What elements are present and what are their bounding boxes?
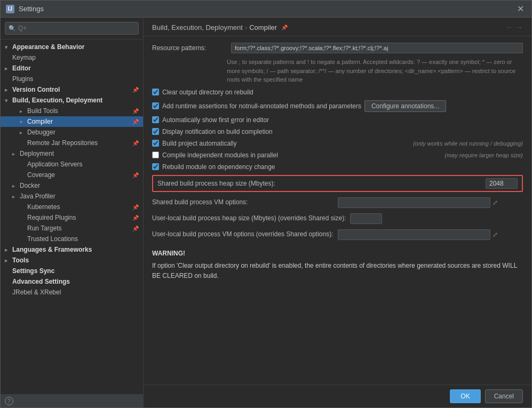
checkbox-build-auto: Build project automatically (only works … xyxy=(152,140,523,147)
nav-tree: Appearance & Behavior Keymap Editor P xyxy=(1,39,143,394)
heap-size-input[interactable] xyxy=(486,178,518,189)
vm-options-wrap: ⤢ xyxy=(338,197,498,208)
checkbox-add-runtime: Add runtime assertions for notnull-annot… xyxy=(152,100,523,112)
sidebar-item-docker[interactable]: Docker xyxy=(1,180,143,191)
resource-hint: Use ; to separate patterns and ! to nega… xyxy=(227,58,523,84)
pin-icon: 📌 xyxy=(132,226,139,231)
checkbox-display-notif: Display notification on build completion xyxy=(152,128,523,135)
breadcrumb-current: Compiler xyxy=(249,23,277,31)
pin-icon: 📌 xyxy=(132,215,139,221)
vm-options-input[interactable] xyxy=(338,197,490,208)
rebuild-dependency-checkbox[interactable] xyxy=(152,163,159,170)
sidebar-item-trusted-locations[interactable]: Trusted Locations xyxy=(1,234,143,244)
ok-button[interactable]: OK xyxy=(450,389,480,403)
sidebar-item-advanced-settings[interactable]: Advanced Settings xyxy=(1,276,143,287)
pin-icon: 📌 xyxy=(132,119,139,125)
checkbox-auto-show-error: Automatically show first error in editor xyxy=(152,116,523,124)
auto-show-error-label: Automatically show first error in editor xyxy=(162,116,269,124)
breadcrumb-separator: › xyxy=(245,23,247,31)
user-vm-label: User-local build process VM options (ove… xyxy=(152,229,334,238)
user-heap-input[interactable] xyxy=(350,213,382,224)
checkbox-rebuild-dependency: Rebuild module on dependency change xyxy=(152,163,523,171)
arrow-icon xyxy=(5,98,12,103)
resource-patterns-input[interactable] xyxy=(231,43,523,53)
compile-parallel-sidenote: (may require larger heap size) xyxy=(444,152,523,158)
sidebar-item-compiler[interactable]: Compiler 📌 xyxy=(1,116,143,127)
sidebar-item-remote-jar[interactable]: Remote Jar Repositories 📌 xyxy=(1,138,143,148)
user-vm-input[interactable] xyxy=(338,229,490,240)
arrow-icon xyxy=(5,66,12,71)
checkbox-compile-parallel: Compile independent modules in parallel … xyxy=(152,151,523,159)
arrow-icon xyxy=(20,130,27,135)
sidebar-item-build-tools[interactable]: Build Tools 📌 xyxy=(1,106,143,116)
sidebar-item-languages[interactable]: Languages & Frameworks xyxy=(1,244,143,255)
content-header: Build, Execution, Deployment › Compiler … xyxy=(144,18,531,36)
sidebar-item-deployment[interactable]: Deployment xyxy=(1,148,143,159)
resource-patterns-label: Resource patterns: xyxy=(152,44,227,52)
heap-size-row: Shared build process heap size (Mbytes): xyxy=(152,175,523,192)
clear-output-checkbox[interactable] xyxy=(152,89,159,95)
arrow-icon xyxy=(12,183,20,189)
arrow-icon xyxy=(5,258,12,263)
resource-patterns-row: Resource patterns: xyxy=(152,43,523,53)
auto-show-error-checkbox[interactable] xyxy=(152,116,159,123)
checkbox-clear-output: Clear output directory on rebuild xyxy=(152,89,523,96)
sidebar-item-plugins[interactable]: Plugins xyxy=(1,74,143,84)
sidebar-item-required-plugins[interactable]: Required Plugins 📌 xyxy=(1,212,143,223)
sidebar-item-build-exec[interactable]: Build, Execution, Deployment xyxy=(1,95,143,106)
sidebar-item-keymap[interactable]: Keymap xyxy=(1,52,143,63)
sidebar-item-appearance[interactable]: Appearance & Behavior xyxy=(1,42,143,52)
compile-parallel-label: Compile independent modules in parallel xyxy=(162,151,278,159)
rebuild-dependency-label: Rebuild module on dependency change xyxy=(162,163,275,171)
sidebar-item-java-profiler[interactable]: Java Profiler xyxy=(1,191,143,202)
user-vm-wrap: ⤢ xyxy=(338,229,498,240)
close-button[interactable]: ✕ xyxy=(515,4,526,14)
expand-icon[interactable]: ⤢ xyxy=(493,199,498,206)
breadcrumb: Build, Execution, Deployment › Compiler … xyxy=(152,23,288,31)
back-arrow[interactable]: ← xyxy=(506,23,513,31)
warning-box: WARNING! If option 'Clear output directo… xyxy=(152,249,523,282)
help-bar: ? xyxy=(1,394,143,407)
pin-icon: 📌 xyxy=(132,108,139,114)
arrow-icon xyxy=(20,108,27,114)
display-notif-label: Display notification on build completion xyxy=(162,128,273,135)
cancel-button[interactable]: Cancel xyxy=(485,389,523,403)
sidebar-item-run-targets[interactable]: Run Targets 📌 xyxy=(1,223,143,234)
sidebar-item-app-servers[interactable]: Application Servers xyxy=(1,159,143,170)
content-scroll: Resource patterns: Use ; to separate pat… xyxy=(144,36,531,385)
arrow-icon xyxy=(12,151,20,157)
forward-arrow[interactable]: → xyxy=(515,23,523,31)
search-input[interactable] xyxy=(5,22,139,35)
build-auto-checkbox[interactable] xyxy=(152,140,159,147)
compile-parallel-checkbox[interactable] xyxy=(152,151,159,158)
breadcrumb-parent[interactable]: Build, Execution, Deployment xyxy=(152,23,243,31)
build-auto-label: Build project automatically xyxy=(162,140,236,147)
pin-icon: 📌 xyxy=(132,140,139,146)
add-runtime-label: Add runtime assertions for notnull-annot… xyxy=(162,102,361,110)
arrow-icon xyxy=(20,119,27,125)
sidebar-item-version-control[interactable]: Version Control 📌 xyxy=(1,84,143,95)
pin-icon: 📌 xyxy=(132,204,139,210)
configure-annotations-button[interactable]: Configure annotations... xyxy=(364,100,446,112)
sidebar: 🔍 Appearance & Behavior Keymap xyxy=(1,18,144,407)
sidebar-item-settings-sync[interactable]: Settings Sync xyxy=(1,266,143,276)
sidebar-item-tools[interactable]: Tools xyxy=(1,255,143,266)
sidebar-item-coverage[interactable]: Coverage 📌 xyxy=(1,170,143,180)
sidebar-item-jrebel[interactable]: JRebel & XRebel xyxy=(1,287,143,298)
sidebar-item-debugger[interactable]: Debugger xyxy=(1,127,143,138)
display-notif-checkbox[interactable] xyxy=(152,128,159,135)
pin-icon: 📌 xyxy=(132,172,139,178)
add-runtime-checkbox[interactable] xyxy=(152,102,159,109)
help-button[interactable]: ? xyxy=(5,397,13,405)
search-icon: 🔍 xyxy=(9,25,16,32)
content-panel: Build, Execution, Deployment › Compiler … xyxy=(144,18,531,407)
sidebar-item-kubernetes[interactable]: Kubernetes 📌 xyxy=(1,202,143,212)
app-icon: IJ xyxy=(6,5,14,13)
user-vm-expand-icon[interactable]: ⤢ xyxy=(493,231,498,238)
build-auto-sidenote: (only works while not running / debuggin… xyxy=(413,140,523,147)
arrow-icon xyxy=(5,87,12,93)
search-box: 🔍 xyxy=(1,18,143,39)
sidebar-item-editor[interactable]: Editor xyxy=(1,63,143,74)
user-heap-row: User-local build process heap size (Mbyt… xyxy=(152,213,523,224)
window-title: Settings xyxy=(19,5,511,13)
